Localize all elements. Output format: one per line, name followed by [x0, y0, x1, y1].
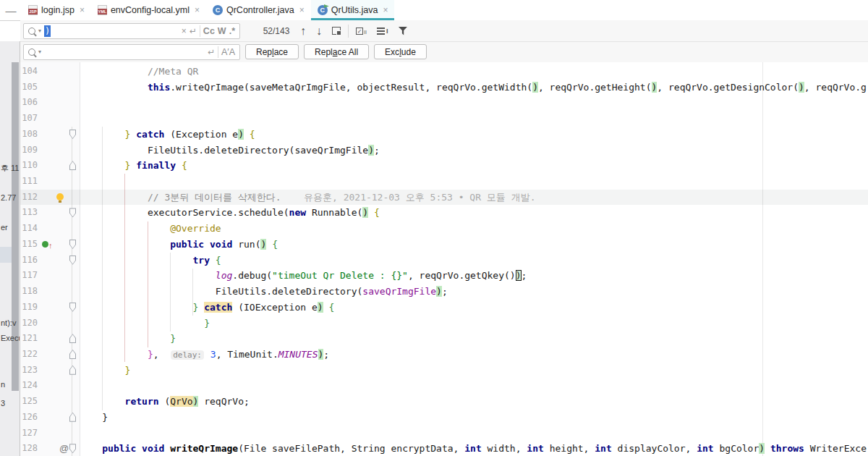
code-line-row: 128@public void writeQrImage(File saveFi… — [20, 441, 868, 456]
overrides-method-icon[interactable] — [42, 241, 48, 248]
tab-QrController.java[interactable]: CQrController.java× — [206, 0, 311, 20]
code-line[interactable]: this.writeQrImage(saveMetaQrImgFile, obj… — [80, 80, 867, 96]
fold-down-icon[interactable] — [69, 130, 76, 139]
code-line[interactable]: } — [80, 410, 108, 426]
tab-login.jsp[interactable]: JSPlogin.jsp× — [22, 0, 91, 20]
exclude-button[interactable]: Exclude — [374, 44, 427, 59]
code-token-pl: Runnable( — [306, 207, 362, 218]
line-number: 126 — [20, 410, 38, 426]
match-case-toggle[interactable]: Cc — [203, 26, 215, 36]
close-icon[interactable]: × — [80, 5, 85, 15]
code-line-row: 120} — [20, 316, 868, 332]
gutter-icon-column — [38, 205, 67, 221]
code-token-b2: { — [328, 302, 334, 313]
code-token-pl: run( — [232, 239, 260, 250]
code-line[interactable]: } catch (Exception e) { — [80, 127, 255, 143]
code-token-pl: , reqQrVo.g — [804, 82, 867, 93]
fold-up-icon[interactable] — [69, 413, 76, 422]
code-line[interactable]: FileUtils.deleteDirectory(saveQrImgFile)… — [80, 284, 448, 300]
fold-up-icon[interactable] — [69, 350, 76, 359]
tab-list: JSPlogin.jsp×YMLenvConfig-local.yml×CQrC… — [22, 0, 394, 20]
code-token-pl — [210, 255, 216, 266]
code-line-row: 112// 3분뒤 데이터를 삭제한다. 유용훈, 2021-12-03 오후 … — [20, 190, 868, 206]
tab-QrUtils.java[interactable]: CQrUtils.java× — [311, 0, 395, 20]
replace-history-chevron-icon[interactable]: ▾ — [38, 48, 41, 55]
code-line[interactable]: } — [80, 316, 210, 332]
gutter-fold-column — [67, 190, 80, 206]
view-options-icon[interactable]: I — [377, 28, 388, 35]
code-line-row: 114@Override — [20, 221, 868, 237]
code-editor[interactable]: 104//Meta QR105this.writeQrImage(saveMet… — [20, 62, 868, 456]
code-line-row: 111 — [20, 174, 868, 190]
code-line[interactable]: // 3분뒤 데이터를 삭제한다. 유용훈, 2021-12-03 오후 5:5… — [80, 190, 536, 206]
replace-button[interactable]: Replace — [245, 44, 299, 59]
code-line-row: 125return (QrVo) reqQrVo; — [20, 394, 868, 410]
tab-label: login.jsp — [41, 5, 75, 15]
fold-down-icon[interactable] — [69, 444, 76, 453]
fold-up-icon[interactable] — [69, 161, 76, 170]
close-icon[interactable]: × — [195, 5, 200, 15]
code-line-row: 115public void run() { — [20, 237, 868, 253]
gutter-icon-column — [38, 80, 67, 96]
fold-up-icon[interactable] — [69, 366, 76, 375]
code-line[interactable]: } finally { — [80, 158, 187, 174]
replace-all-button[interactable]: Replace All — [304, 44, 369, 59]
code-line[interactable]: }, delay: 3, TimeUnit.MINUTES); — [80, 347, 329, 363]
fold-down-icon[interactable] — [69, 208, 76, 217]
code-token-y: QrVo — [170, 396, 192, 407]
strip-text-fragment: er — [1, 223, 8, 232]
code-line[interactable]: } — [80, 363, 130, 379]
code-token-kw: void — [210, 239, 232, 250]
tab-envConfig-local.yml[interactable]: YMLenvConfig-local.yml× — [91, 0, 206, 20]
open-in-find-window-icon[interactable] — [332, 27, 341, 35]
preserve-case-toggle[interactable]: A′A — [221, 47, 235, 57]
code-line[interactable]: //Meta QR — [80, 64, 198, 80]
filter-icon[interactable] — [398, 27, 407, 35]
newline-icon[interactable]: ↵ — [190, 26, 197, 36]
search-history-chevron-icon[interactable]: ▾ — [38, 28, 41, 34]
gutter-icon-column — [38, 190, 67, 206]
code-token-pl: , reqQrVo.getDesignColor( — [657, 82, 799, 93]
code-token-str: "timeOut Qr Delete : {}" — [272, 270, 408, 281]
newline-icon[interactable]: ↵ — [208, 47, 215, 57]
code-token-com: // 3분뒤 데이터를 삭제한다. — [148, 192, 281, 203]
tab-label: QrController.java — [226, 5, 294, 15]
code-line[interactable]: } — [80, 331, 176, 347]
fold-up-icon[interactable] — [69, 334, 76, 343]
code-token-pl: FileUtils.deleteDirectory( — [216, 286, 363, 297]
fold-down-icon[interactable] — [69, 303, 76, 312]
code-line[interactable]: log.debug("timeOut Qr Delete : {}", reqQ… — [80, 268, 527, 284]
next-occurrence-button[interactable]: ↓ — [316, 25, 322, 38]
gutter-icon-column — [38, 127, 67, 143]
code-line[interactable]: public void run() { — [80, 237, 278, 253]
code-line-row: 110} finally { — [20, 158, 868, 174]
line-number: 125 — [20, 394, 38, 410]
words-toggle[interactable]: W — [218, 26, 226, 36]
code-line[interactable]: try { — [80, 253, 221, 269]
intention-bulb-icon[interactable] — [56, 193, 64, 200]
previous-occurrence-button[interactable]: ↑ — [300, 25, 306, 38]
code-line[interactable]: executorService.schedule(new Runnable() … — [80, 205, 380, 221]
code-line[interactable]: public void writeQrImage(File saveFilePa… — [80, 441, 867, 456]
close-icon[interactable]: × — [383, 5, 388, 15]
code-token-pl: bgColor — [714, 443, 760, 454]
code-token-kwy: catch — [204, 302, 232, 313]
filter-search-results-icon[interactable]: ✓II — [356, 28, 367, 35]
code-line[interactable]: @Override — [80, 221, 221, 237]
close-icon[interactable]: × — [299, 5, 305, 15]
find-input[interactable]: ▾ ) × ↵ Cc W .* — [23, 23, 240, 39]
replace-input[interactable]: ▾ ↵ A′A — [23, 44, 240, 60]
code-line[interactable]: } catch (IOException e) { — [80, 300, 334, 316]
gutter-icon-column — [38, 378, 67, 394]
code-line[interactable]: return (QrVo) reqQrVo; — [80, 394, 250, 410]
gutter-fold-column — [67, 410, 80, 426]
tab-scroll-icon[interactable]: — — [0, 0, 22, 20]
code-line[interactable]: FileUtils.deleteDirectory(saveQrImgFile)… — [80, 143, 380, 159]
code-token-kw: void — [142, 443, 164, 454]
fold-down-icon[interactable] — [69, 240, 76, 249]
regex-toggle[interactable]: .* — [229, 26, 235, 36]
line-number: 111 — [20, 174, 38, 190]
search-icon — [28, 28, 35, 35]
fold-down-icon[interactable] — [69, 256, 76, 265]
clear-icon[interactable]: × — [182, 26, 187, 36]
